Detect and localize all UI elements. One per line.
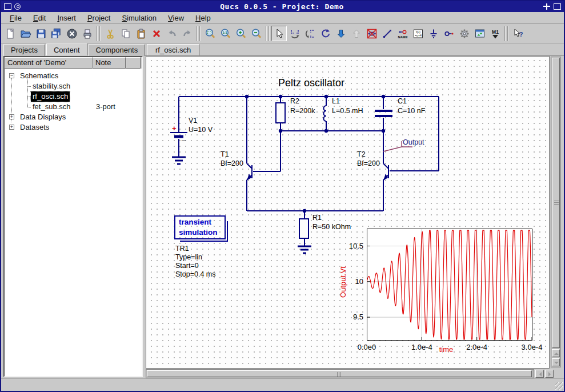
tree-item-label: rf_osci.sch — [31, 91, 70, 102]
schematic-title[interactable]: Peltz oscillator — [278, 77, 344, 89]
vertical-scrollbar-thumb[interactable] — [552, 58, 560, 348]
output-node-label[interactable]: Output — [403, 138, 424, 146]
pop-out-button[interactable] — [348, 26, 364, 41]
t2-ref[interactable]: T2 — [357, 150, 366, 158]
expand-icon[interactable]: + — [9, 114, 14, 119]
scroll-down-button[interactable] — [552, 358, 560, 366]
close-document-button[interactable] — [64, 26, 79, 41]
r1-value[interactable]: R=50 kOhm — [312, 223, 351, 231]
tree-header-spacer[interactable] — [126, 57, 141, 69]
collapse-icon[interactable]: − — [9, 73, 14, 78]
r2-value[interactable]: R=200k — [290, 107, 315, 115]
sidebar-tab-projects[interactable]: Projects — [3, 44, 45, 56]
vertical-scrollbar[interactable] — [551, 57, 561, 367]
plot-xtick-0.0e0: 0.0e0 — [348, 343, 385, 351]
tree-item-label: Schematics — [18, 71, 60, 81]
insert-port-button[interactable] — [441, 26, 456, 41]
sidebar-tab-components[interactable]: Components — [89, 44, 146, 56]
l1-ref[interactable]: L1 — [332, 97, 340, 105]
tree-header-note[interactable]: Note — [93, 57, 126, 69]
tree-header-content-of-demo-[interactable]: Content of 'Demo' — [5, 57, 93, 69]
v1-value[interactable]: U=10 V — [189, 126, 213, 134]
tree-item-schematics[interactable]: −Schematics — [5, 71, 142, 81]
menu-project[interactable]: Project — [82, 13, 115, 23]
l1-value[interactable]: L=0.5 mH — [332, 107, 363, 115]
title-bar[interactable]: Qucs 0.0.5 - Project: Demo — [1, 1, 564, 12]
horizontal-scrollbar-thumb[interactable] — [147, 370, 532, 377]
insert-wire-button[interactable] — [379, 26, 395, 41]
print-document-button[interactable] — [79, 26, 95, 41]
plot-x-axis-label: time — [429, 345, 463, 354]
insert-ground-button[interactable] — [426, 26, 441, 41]
document-tab-rf-osci[interactable]: rf_osci.sch — [147, 44, 199, 56]
c1-ref[interactable]: C1 — [398, 97, 407, 105]
save-all-documents-button[interactable] — [49, 26, 64, 41]
menu-insert[interactable]: Insert — [52, 13, 81, 23]
schematic-canvas[interactable]: Peltz oscillator V1 U=10 V + _ R2 R=200k… — [146, 56, 550, 369]
mirror-x-axis-button[interactable] — [302, 26, 318, 41]
t1-ref[interactable]: T1 — [221, 150, 229, 158]
tr1-properties[interactable]: TR1 Type=lin Start=0 Stop=0.4 ms — [175, 245, 216, 279]
redo-button[interactable] — [179, 26, 195, 41]
open-document-button[interactable] — [18, 26, 33, 41]
save-document-button[interactable] — [33, 26, 49, 41]
push-into-subcircuit-button[interactable] — [333, 26, 348, 41]
scroll-up-button[interactable] — [552, 349, 560, 357]
r2-ref[interactable]: R2 — [290, 97, 299, 105]
window-title: Qucs 0.0.5 - Project: Demo — [21, 2, 543, 11]
print-document-icon — [82, 28, 93, 39]
transient-simulation-component[interactable]: transient simulation — [174, 215, 226, 239]
tree-item-label: Datasets — [18, 122, 51, 133]
undo-button[interactable] — [164, 26, 179, 41]
insert-ground-icon — [428, 28, 439, 39]
tree-item-rf-osci-sch[interactable]: rf_osci.sch — [5, 91, 142, 102]
zoom-fit-button[interactable] — [202, 26, 218, 41]
insert-label-button[interactable]: NAME — [395, 26, 410, 41]
tree-item-data-displays[interactable]: +Data Displays — [5, 112, 142, 122]
select-button[interactable] — [271, 26, 287, 41]
r1-ref[interactable]: R1 — [312, 214, 322, 222]
horizontal-scrollbar[interactable] — [146, 369, 534, 378]
deactivate-icon — [366, 28, 378, 39]
maximize-icon[interactable] — [554, 3, 561, 10]
waveform-plot[interactable] — [367, 229, 532, 341]
rotate-button[interactable] — [318, 26, 333, 41]
whats-this-help-button[interactable]: ? — [510, 26, 526, 41]
expand-icon[interactable]: + — [9, 125, 14, 130]
tree-item-datasets[interactable]: +Datasets — [5, 122, 142, 133]
new-document-button[interactable] — [2, 26, 18, 41]
paste-button[interactable] — [133, 26, 149, 41]
last-simulation-messages-button[interactable]: M1 — [487, 26, 503, 41]
copy-button[interactable] — [118, 26, 133, 41]
scroll-left-button[interactable] — [535, 370, 544, 378]
scroll-right-button[interactable] — [545, 370, 554, 378]
mirror-y-axis-button[interactable] — [287, 26, 302, 41]
delete-button[interactable] — [149, 26, 164, 41]
zoom-1-1-button[interactable]: 1:1 — [218, 26, 233, 41]
simulate-button[interactable] — [456, 26, 472, 41]
menu-view[interactable]: View — [163, 13, 189, 23]
v1-ref[interactable]: V1 — [189, 117, 197, 125]
t1-value[interactable]: Bf=200 — [221, 159, 243, 167]
menu-bar: FileEditInsertProjectSimulationViewHelp — [1, 12, 564, 24]
insert-equation-button[interactable]: f(u)=u+4 — [410, 26, 426, 41]
cut-button[interactable] — [102, 26, 118, 41]
menu-help[interactable]: Help — [190, 13, 216, 23]
zoom-in-button[interactable] — [233, 26, 249, 41]
delete-icon — [151, 28, 162, 39]
minimize-icon[interactable] — [543, 3, 551, 10]
sticky-pin-icon[interactable] — [14, 3, 21, 10]
t2-value[interactable]: Bf=200 — [357, 159, 380, 167]
menu-simulation[interactable]: Simulation — [117, 13, 162, 23]
menu-file[interactable]: File — [5, 13, 27, 23]
resize-grip[interactable] — [555, 382, 563, 390]
sidebar-tab-content[interactable]: Content — [46, 43, 87, 55]
menu-edit[interactable]: Edit — [28, 13, 51, 23]
c1-value[interactable]: C=10 nF — [398, 107, 425, 115]
deactivate-button[interactable] — [364, 26, 379, 41]
tree-item-stability-sch[interactable]: stability.sch — [5, 81, 142, 91]
window-menu-icon[interactable] — [4, 3, 11, 10]
view-data-display-button[interactable] — [472, 26, 487, 41]
zoom-out-button[interactable] — [249, 26, 264, 41]
tree-item-fet-sub-sch[interactable]: fet_sub.sch3-port — [5, 102, 142, 112]
